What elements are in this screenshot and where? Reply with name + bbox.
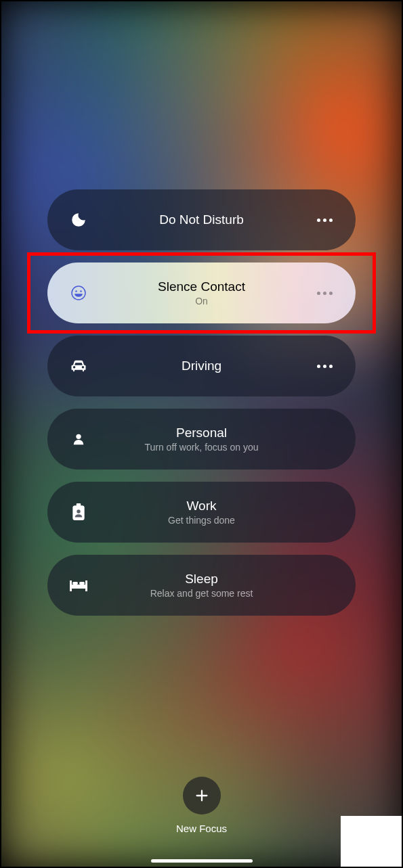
focus-modes-list: Do Not Disturb Slence Contact On — [0, 0, 403, 616]
more-button[interactable] — [314, 282, 335, 304]
ellipsis-icon — [317, 365, 333, 368]
svg-rect-9 — [85, 580, 87, 591]
svg-rect-8 — [70, 580, 72, 591]
new-focus-label: New Focus — [176, 823, 227, 834]
focus-text: Slence Contact On — [89, 279, 314, 307]
focus-item-driving[interactable]: Driving — [47, 336, 356, 396]
svg-point-6 — [77, 509, 80, 513]
car-icon — [68, 355, 89, 377]
focus-title: Slence Contact — [158, 279, 245, 295]
svg-point-1 — [75, 290, 77, 292]
ellipsis-icon — [317, 219, 333, 222]
add-focus-button[interactable] — [183, 777, 221, 815]
focus-subtitle: Get things done — [168, 515, 235, 526]
more-button[interactable] — [314, 355, 335, 377]
white-patch — [341, 816, 402, 867]
svg-point-2 — [80, 290, 81, 292]
svg-rect-10 — [72, 582, 78, 585]
person-icon — [68, 428, 89, 450]
plus-icon — [194, 788, 209, 803]
moon-icon — [68, 209, 89, 231]
bed-icon — [68, 574, 89, 596]
svg-point-3 — [76, 434, 81, 439]
focus-title: Driving — [182, 359, 221, 374]
focus-title: Do Not Disturb — [159, 212, 244, 228]
svg-rect-7 — [70, 585, 87, 589]
focus-text: Personal Turn off work, focus on you — [89, 426, 314, 453]
svg-rect-5 — [77, 503, 81, 507]
ellipsis-icon — [317, 292, 333, 295]
emoji-grin-icon — [68, 282, 89, 304]
focus-item-dnd[interactable]: Do Not Disturb — [47, 189, 356, 250]
focus-text: Sleep Relax and get some rest — [89, 572, 314, 599]
svg-point-0 — [72, 286, 85, 300]
focus-subtitle: Turn off work, focus on you — [144, 442, 258, 453]
home-indicator[interactable] — [151, 859, 253, 863]
focus-text: Driving — [89, 359, 314, 374]
focus-item-sleep[interactable]: Sleep Relax and get some rest — [47, 555, 356, 616]
badge-icon — [68, 501, 89, 523]
focus-subtitle: Relax and get some rest — [150, 588, 253, 599]
focus-title: Sleep — [185, 572, 218, 587]
focus-text: Do Not Disturb — [89, 212, 314, 228]
focus-item-silence-contact[interactable]: Slence Contact On — [47, 262, 356, 323]
focus-subtitle: On — [195, 296, 208, 306]
focus-title: Work — [187, 499, 217, 514]
focus-text: Work Get things done — [89, 499, 314, 526]
more-button[interactable] — [314, 209, 335, 231]
focus-title: Personal — [176, 426, 227, 441]
focus-item-personal[interactable]: Personal Turn off work, focus on you — [47, 409, 356, 470]
svg-rect-11 — [79, 582, 85, 585]
focus-item-work[interactable]: Work Get things done — [47, 482, 356, 543]
